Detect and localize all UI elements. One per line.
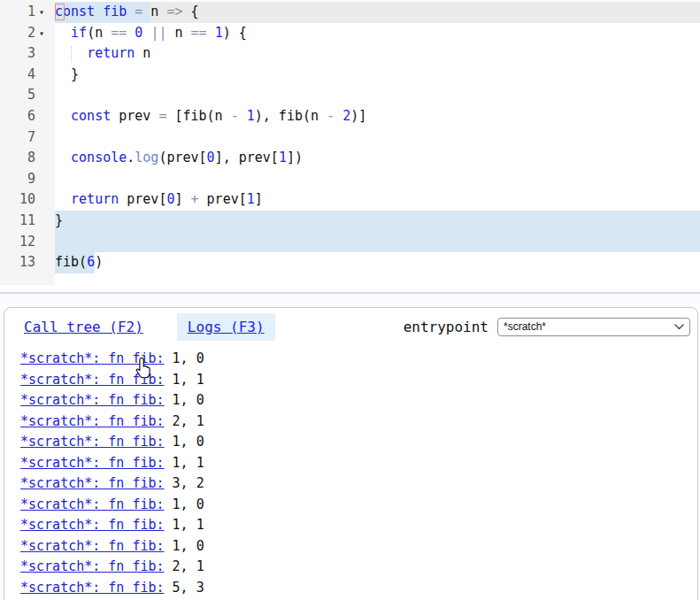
log-link[interactable]: *scratch*: fn fib: [20,496,165,512]
line-number: 4 [0,65,35,86]
line-number: 7 [0,127,35,149]
gutter-cell: 6 [0,106,55,127]
code-line: 4 } [0,65,700,86]
log-link[interactable]: *scratch*: fn fib: [20,392,165,408]
tab-bar: Call tree (F2) Logs (F3) [24,313,275,341]
code-editor[interactable]: 1▾const fib = n => {2▾ if(n == 0 || n ==… [0,0,700,294]
log-value: 1, 0 [165,434,204,450]
code-line: 2▾ if(n == 0 || n == 1) { [0,23,700,44]
fold-gutter-space [35,148,55,169]
log-value: 2, 1 [165,413,204,429]
gutter-cell: 11 [0,211,55,232]
log-link[interactable]: *scratch*: fn fib: [20,413,165,429]
code-text[interactable] [55,85,700,106]
line-number: 6 [0,106,35,127]
fold-gutter-space [35,252,55,273]
log-entry: *scratch*: fn fib: 1, 0 [20,349,692,370]
line-number: 5 [0,85,35,106]
code-line: 8 console.log(prev[0], prev[1]) [0,148,700,169]
log-link[interactable]: *scratch*: fn fib: [20,558,165,574]
fold-gutter-space [35,232,55,253]
code-text[interactable] [55,169,700,190]
code-text[interactable]: fib(6) [55,252,700,273]
line-number: 12 [0,232,35,253]
code-line: 5 [0,85,700,106]
log-link[interactable]: *scratch*: fn fib: [20,475,165,491]
line-number: 1 [0,2,35,23]
fold-gutter-space [35,106,55,127]
log-entry: *scratch*: fn fib: 1, 1 [20,453,692,474]
log-value: 1, 0 [165,392,204,408]
code-line: 1▾const fib = n => { [0,2,700,23]
code-tokens: } [55,212,63,228]
code-line: 12 [0,232,700,253]
entrypoint-select-wrap: *scratch* [497,317,690,336]
log-link[interactable]: *scratch*: fn fib: [20,434,165,450]
code-tokens: if(n == 0 || n == 1) { [55,25,247,41]
log-link[interactable]: *scratch*: fn fib: [20,580,165,596]
gutter-cell: 13 [0,252,55,273]
code-line: 10 return prev[0] + prev[1] [0,189,700,211]
log-link[interactable]: *scratch*: fn fib: [20,455,165,471]
gutter-cell: 10 [0,189,55,211]
code-text[interactable]: if(n == 0 || n == 1) { [55,23,700,44]
code-text[interactable]: } [55,211,700,232]
code-line: 7 [0,127,700,149]
code-line: 11} [0,211,700,232]
gutter-cell: 2▾ [0,23,55,44]
log-entry: *scratch*: fn fib: 1, 1 [20,515,692,536]
fold-gutter-space [35,169,55,190]
code-lines: 1▾const fib = n => {2▾ if(n == 0 || n ==… [0,0,700,273]
code-tokens: fib(6) [55,254,103,270]
line-number: 3 [0,43,35,65]
gutter-cell: 12 [0,232,55,253]
log-value: 1, 0 [165,350,204,366]
code-tokens: return n [55,45,150,61]
hand-cursor-icon [135,357,154,384]
code-text[interactable]: return n [55,43,700,65]
entrypoint-label: entrypoint [404,319,488,335]
code-text[interactable]: const fib = n => { [55,2,700,23]
code-text[interactable]: } [55,65,700,86]
debugger-panel: Call tree (F2) Logs (F3) entrypoint *scr… [4,307,698,600]
log-link[interactable]: *scratch*: fn fib: [20,517,165,533]
fold-toggle-icon[interactable]: ▾ [35,23,55,44]
log-entry: *scratch*: fn fib: 1, 0 [20,536,692,558]
code-text[interactable]: console.log(prev[0], prev[1]) [55,148,700,169]
log-entry: *scratch*: fn fib: 1, 0 [20,495,692,516]
line-number: 2 [0,23,35,44]
code-text[interactable] [55,232,700,253]
code-text[interactable]: const prev = [fib(n - 1), fib(n - 2)] [55,106,700,127]
line-number: 11 [0,211,35,232]
fold-gutter-space [35,65,55,86]
code-tokens: const prev = [fib(n - 1), fib(n - 2)] [55,108,366,124]
log-entry: *scratch*: fn fib: 2, 1 [20,557,692,578]
tab-logs[interactable]: Logs (F3) [177,313,275,341]
code-line: 9 [0,169,700,190]
code-tokens: } [55,66,79,82]
fold-toggle-icon[interactable]: ▾ [35,2,55,23]
log-entry: *scratch*: fn fib: 1, 0 [20,390,692,412]
code-text[interactable]: return prev[0] + prev[1] [55,189,700,211]
fold-gutter-space [35,211,55,232]
line-number: 10 [0,189,35,211]
gutter-cell: 9 [0,169,55,190]
tab-call-tree[interactable]: Call tree (F2) [24,313,143,341]
log-entry: *scratch*: fn fib: 1, 0 [20,432,692,453]
entrypoint-select[interactable]: *scratch* [497,318,690,336]
log-value: 2, 1 [165,558,204,574]
code-tokens: const fib = n => { [55,4,199,19]
log-entry: *scratch*: fn fib: 5, 3 [20,578,692,599]
gutter-cell: 8 [0,148,55,169]
entrypoint-group: entrypoint *scratch* [404,317,690,336]
log-value: 1, 1 [165,372,204,388]
gutter-cell: 3 [0,43,55,65]
line-number: 8 [0,148,35,169]
log-link[interactable]: *scratch*: fn fib: [20,538,165,554]
gutter-cell: 7 [0,127,55,149]
code-line: 13fib(6) [0,252,700,273]
code-text[interactable] [55,127,700,149]
code-tokens: console.log(prev[0], prev[1]) [55,150,303,165]
fold-gutter-space [35,189,55,211]
line-number: 9 [0,169,35,190]
